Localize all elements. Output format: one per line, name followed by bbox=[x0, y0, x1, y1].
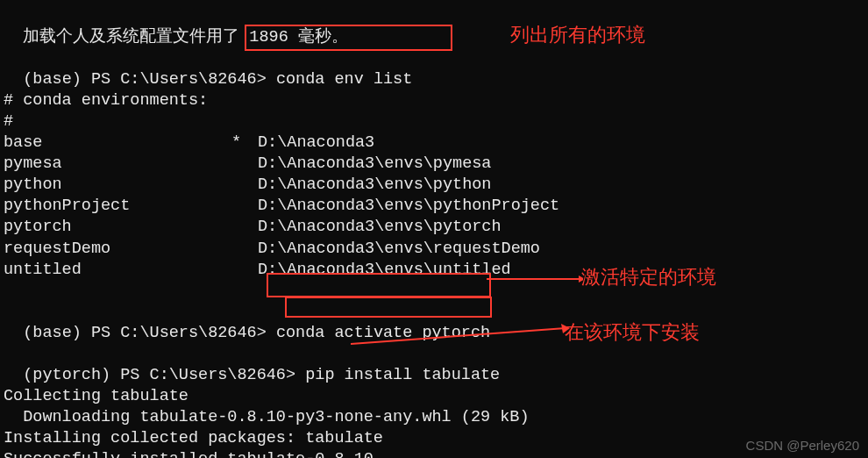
load-text: 加载个人及系统配置文件用了 1896 毫秒。 bbox=[23, 28, 348, 47]
pip-collecting: Collecting tabulate bbox=[4, 386, 864, 407]
env-row-python: python D:\Anaconda3\envs\python bbox=[4, 175, 864, 196]
env-row-base: base*D:\Anaconda3 bbox=[4, 132, 864, 154]
env-row-pymesa: pymesa D:\Anaconda3\envs\pymesa bbox=[4, 154, 864, 175]
prompt-base: (base) PS C:\Users\82646> bbox=[23, 70, 267, 89]
env-row-pythonproject: pythonProject D:\Anaconda3\envs\pythonPr… bbox=[4, 196, 864, 217]
env-row-pytorch: pytorch D:\Anaconda3\envs\pytorch bbox=[4, 217, 864, 238]
prompt-base-2: (base) PS C:\Users\82646> bbox=[23, 324, 267, 342]
prompt-line-3[interactable]: (pytorch) PS C:\Users\82646> pip install… bbox=[4, 344, 864, 386]
env-header: # conda environments: bbox=[4, 90, 864, 111]
env-row-requestdemo: requestDemo D:\Anaconda3\envs\requestDem… bbox=[4, 239, 864, 260]
pip-success: Successfully installed tabulate-0.8.10 bbox=[4, 449, 864, 458]
annotation-install: 在该环境下安装 bbox=[565, 320, 700, 346]
env-row-untitled: untitled D:\Anaconda3\envs\untitled bbox=[4, 260, 864, 281]
annotation-activate: 激活特定的环境 bbox=[581, 265, 716, 290]
annotation-list-envs: 列出所有的环境 bbox=[510, 23, 645, 48]
cmd-env-list: conda env list bbox=[276, 70, 412, 89]
load-config-line: 加载个人及系统配置文件用了 1896 毫秒。 bbox=[4, 6, 864, 48]
prompt-line-2[interactable]: (base) PS C:\Users\82646> conda activate… bbox=[4, 302, 864, 344]
watermark: CSDN @Perley620 bbox=[746, 437, 859, 454]
cmd-pip-install: pip install tabulate bbox=[305, 366, 500, 384]
pip-installing: Installing collected packages: tabulate bbox=[4, 428, 864, 449]
prompt-pytorch: (pytorch) PS C:\Users\82646> bbox=[23, 366, 295, 384]
pip-downloading: Downloading tabulate-0.8.10-py3-none-any… bbox=[4, 407, 864, 428]
prompt-line-1[interactable]: (base) PS C:\Users\82646> conda env list bbox=[4, 48, 864, 90]
blank-line bbox=[4, 281, 864, 302]
env-hash: # bbox=[4, 111, 864, 132]
cmd-activate: conda activate pytorch bbox=[276, 324, 490, 342]
